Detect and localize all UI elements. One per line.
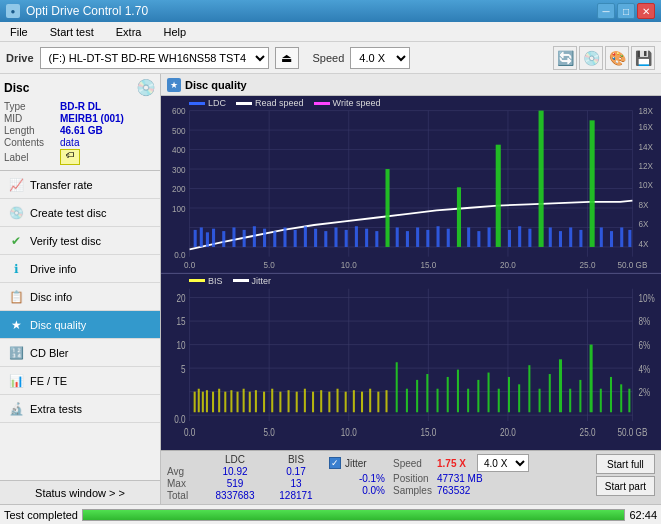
svg-rect-40: [206, 232, 209, 247]
create-test-disc-icon: 💿: [8, 205, 24, 221]
svg-rect-147: [447, 376, 449, 411]
svg-rect-71: [518, 226, 521, 247]
jitter-checkbox[interactable]: ✓: [329, 457, 341, 469]
svg-text:10: 10: [176, 338, 185, 351]
position-val: 47731 MB: [437, 473, 497, 484]
svg-text:10.0: 10.0: [341, 425, 357, 438]
disc-section: Disc 💿 Type BD-R DL MID MEIRB1 (001) Len…: [0, 74, 160, 171]
svg-rect-137: [353, 390, 355, 412]
svg-text:500: 500: [172, 125, 186, 136]
svg-rect-159: [569, 388, 571, 412]
app-title: Opti Drive Control 1.70: [26, 4, 148, 18]
nav-verify-test-disc[interactable]: ✔ Verify test disc: [0, 227, 160, 255]
nav-extra-tests[interactable]: 🔬 Extra tests: [0, 395, 160, 423]
svg-rect-139: [369, 388, 371, 412]
ldc-legend-read: Read speed: [255, 98, 304, 108]
nav-cd-bler-label: CD Bler: [30, 347, 69, 359]
status-window-button[interactable]: Status window > >: [0, 480, 160, 504]
nav-cd-bler[interactable]: 🔢 CD Bler: [0, 339, 160, 367]
svg-rect-151: [488, 372, 490, 412]
svg-rect-77: [579, 230, 582, 247]
svg-rect-128: [279, 391, 281, 412]
progress-bar-fill: [83, 510, 624, 520]
menu-file[interactable]: File: [4, 24, 34, 40]
stats-jitter-speed: ✓ Jitter Speed 1.75 X 4.0 X -0.1% Positi…: [329, 454, 529, 496]
svg-rect-116: [202, 391, 204, 412]
svg-rect-80: [610, 231, 613, 247]
svg-rect-67: [477, 231, 480, 247]
disc-info-icon: 📋: [8, 289, 24, 305]
disc-type-val: BD-R DL: [60, 101, 101, 112]
nav-drive-info[interactable]: ℹ Drive info: [0, 255, 160, 283]
minimize-button[interactable]: ─: [597, 3, 615, 19]
close-button[interactable]: ✕: [637, 3, 655, 19]
svg-rect-149: [467, 388, 469, 412]
maximize-button[interactable]: □: [617, 3, 635, 19]
start-part-button[interactable]: Start part: [596, 476, 655, 496]
svg-rect-73: [539, 111, 544, 247]
menu-extra[interactable]: Extra: [110, 24, 148, 40]
progress-bar: [82, 509, 625, 521]
svg-rect-42: [222, 231, 225, 247]
svg-text:50.0 GB: 50.0 GB: [617, 425, 647, 438]
stats-ldc-header: LDC: [203, 454, 267, 465]
svg-text:25.0: 25.0: [580, 425, 596, 438]
disc-title: Disc: [4, 81, 29, 95]
svg-rect-133: [320, 390, 322, 412]
save-button[interactable]: 💾: [631, 46, 655, 70]
svg-text:300: 300: [172, 164, 186, 175]
nav-drive-info-label: Drive info: [30, 263, 76, 275]
nav-disc-quality-label: Disc quality: [30, 319, 86, 331]
nav-transfer-rate[interactable]: 📈 Transfer rate: [0, 171, 160, 199]
speed-select-stat[interactable]: 4.0 X: [477, 454, 529, 472]
disc-length-val: 46.61 GB: [60, 125, 103, 136]
start-full-button[interactable]: Start full: [596, 454, 655, 474]
disc-mid-key: MID: [4, 113, 56, 124]
speed-select[interactable]: 4.0 X 1.0 X 2.0 X 8.0 X: [350, 47, 410, 69]
svg-rect-144: [416, 379, 418, 411]
main-layout: Disc 💿 Type BD-R DL MID MEIRB1 (001) Len…: [0, 74, 661, 504]
refresh-button[interactable]: 🔄: [553, 46, 577, 70]
nav-disc-quality[interactable]: ★ Disc quality: [0, 311, 160, 339]
svg-text:5: 5: [181, 362, 186, 375]
disc-label-icon: 🏷: [60, 149, 80, 165]
svg-rect-140: [377, 391, 379, 412]
eject-button[interactable]: ⏏: [275, 47, 299, 69]
svg-rect-62: [426, 230, 429, 247]
nav-fe-te[interactable]: 📊 FE / TE: [0, 367, 160, 395]
svg-rect-55: [355, 226, 358, 247]
svg-text:14X: 14X: [639, 141, 654, 152]
stats-avg-jitter: -0.1%: [329, 473, 385, 484]
svg-rect-131: [304, 388, 306, 412]
disc-quality-header-icon: ★: [167, 78, 181, 92]
svg-rect-49: [294, 230, 297, 247]
speed-val-stat: 1.75 X: [437, 458, 473, 469]
stats-avg-bis: 0.17: [271, 466, 321, 477]
drive-select[interactable]: (F:) HL-DT-ST BD-RE WH16NS58 TST4: [40, 47, 269, 69]
svg-rect-39: [200, 227, 203, 246]
color-button[interactable]: 🎨: [605, 46, 629, 70]
svg-text:25.0: 25.0: [580, 259, 596, 270]
svg-text:0.0: 0.0: [184, 259, 195, 270]
svg-text:20.0: 20.0: [500, 259, 516, 270]
drive-label: Drive: [6, 52, 34, 64]
svg-text:18X: 18X: [639, 106, 654, 117]
menu-start-test[interactable]: Start test: [44, 24, 100, 40]
nav-transfer-rate-label: Transfer rate: [30, 179, 93, 191]
svg-rect-57: [375, 231, 378, 247]
svg-rect-148: [457, 369, 459, 412]
svg-rect-68: [488, 227, 491, 246]
stats-total-label: Total: [167, 490, 199, 501]
svg-rect-138: [361, 391, 363, 412]
nav-create-test-disc[interactable]: 💿 Create test disc: [0, 199, 160, 227]
svg-text:200: 200: [172, 183, 186, 194]
menu-help[interactable]: Help: [157, 24, 192, 40]
nav-disc-info[interactable]: 📋 Disc info: [0, 283, 160, 311]
svg-text:8X: 8X: [639, 199, 649, 210]
svg-rect-38: [194, 230, 197, 247]
content-area: ★ Disc quality LDC Read speed: [161, 74, 661, 504]
disc-button[interactable]: 💿: [579, 46, 603, 70]
svg-rect-60: [406, 231, 409, 247]
disc-quality-title: Disc quality: [185, 79, 247, 91]
svg-rect-135: [337, 388, 339, 412]
